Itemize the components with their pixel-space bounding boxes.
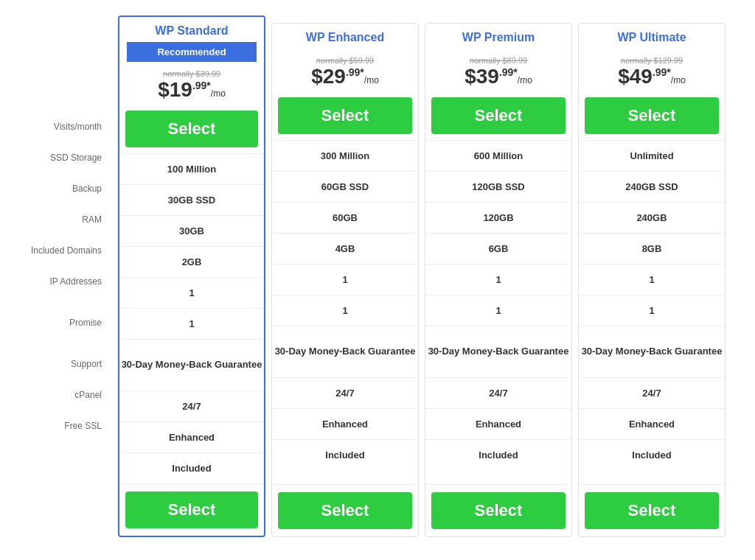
select-button-top-enhanced[interactable]: Select — [278, 97, 412, 134]
feature-visits-ultimate: Unlimited — [579, 140, 725, 171]
normal-price-ultimate: normally $129.99 — [583, 56, 720, 65]
current-price-enhanced: $29.99*/mo — [276, 66, 414, 87]
feature-domains-ultimate: 1 — [579, 264, 725, 295]
label-support: Support — [27, 349, 108, 379]
feature-cpanel-ultimate: Enhanced — [579, 408, 725, 439]
label-cpanel: cPanel — [27, 379, 108, 410]
feature-ram-enhanced: 4GB — [272, 233, 418, 264]
feature-ssl-ultimate: Included — [579, 439, 725, 470]
current-price-premium: $39.99*/mo — [430, 66, 567, 87]
bottom-select-section-enhanced: Select — [272, 484, 418, 536]
feature-backup-enhanced: 60GB — [272, 202, 418, 233]
feature-visits-standard: 100 Million — [119, 153, 264, 184]
label-domains: Included Domains — [27, 235, 108, 266]
plan-features-enhanced: 300 Million60GB SSD60GB4GB1130-Day Money… — [272, 140, 418, 484]
normal-price-premium: normally $89.99 — [430, 56, 567, 65]
feature-ip-ultimate: 1 — [579, 295, 725, 326]
plan-name-premium: WP Premium — [433, 31, 564, 44]
plan-card-ultimate: WP Ultimatenormally $129.99$49.99*/moSel… — [578, 23, 726, 537]
feature-support-premium: 24/7 — [425, 377, 571, 408]
feature-visits-premium: 600 Million — [425, 140, 571, 171]
feature-promise-premium: 30-Day Money-Back Guarantee — [425, 326, 571, 377]
bottom-select-section-standard: Select — [119, 483, 264, 536]
feature-backup-ultimate: 240GB — [579, 202, 725, 233]
feature-ip-standard: 1 — [119, 308, 264, 339]
feature-ram-standard: 2GB — [119, 246, 264, 277]
plan-card-premium: WP Premiumnormally $89.99$39.99*/moSelec… — [425, 23, 572, 537]
feature-backup-standard: 30GB — [119, 215, 264, 246]
feature-domains-standard: 1 — [119, 277, 264, 308]
feature-visits-enhanced: 300 Million — [272, 140, 418, 171]
label-ram: RAM — [27, 204, 108, 235]
label-ssl: Free SSL — [27, 410, 108, 441]
plan-header-ultimate: WP Ultimate — [579, 24, 725, 49]
feature-promise-standard: 30-Day Money-Back Guarantee — [119, 339, 264, 391]
plan-pricing-standard: normally $39.99$19.99*/mo — [119, 62, 264, 105]
plan-name-ultimate: WP Ultimate — [586, 31, 717, 44]
plan-features-standard: 100 Million30GB SSD30GB2GB1130-Day Money… — [119, 153, 264, 483]
plan-pricing-ultimate: normally $129.99$49.99*/mo — [579, 49, 725, 91]
plans-container: WP StandardRecommendednormally $39.99$19… — [115, 23, 728, 537]
label-promise: Promise — [27, 297, 108, 349]
current-price-standard: $19.99*/mo — [124, 80, 260, 100]
feature-ssl-standard: Included — [119, 452, 264, 483]
plan-header-standard: WP StandardRecommended — [119, 17, 264, 62]
plan-name-enhanced: WP Enhanced — [279, 31, 411, 44]
plan-features-premium: 600 Million120GB SSD120GB6GB1130-Day Mon… — [425, 140, 571, 484]
feature-ssd-enhanced: 60GB SSD — [272, 171, 418, 202]
plan-card-enhanced: WP Enhancednormally $59.99$29.99*/moSele… — [271, 23, 419, 537]
feature-ssd-standard: 30GB SSD — [119, 184, 264, 215]
recommended-badge-standard: Recommended — [127, 42, 257, 62]
label-backup: Backup — [27, 173, 108, 204]
feature-ssd-ultimate: 240GB SSD — [579, 171, 725, 202]
select-button-bottom-standard[interactable]: Select — [125, 491, 258, 528]
select-button-bottom-enhanced[interactable]: Select — [278, 492, 412, 529]
select-button-top-ultimate[interactable]: Select — [585, 97, 719, 134]
feature-domains-premium: 1 — [425, 264, 571, 295]
plan-features-ultimate: Unlimited240GB SSD240GB8GB1130-Day Money… — [579, 140, 725, 484]
select-button-top-standard[interactable]: Select — [125, 111, 258, 147]
select-button-bottom-premium[interactable]: Select — [431, 492, 566, 529]
feature-ram-premium: 6GB — [425, 233, 571, 264]
select-button-bottom-ultimate[interactable]: Select — [585, 492, 719, 529]
normal-price-standard: normally $39.99 — [124, 69, 260, 78]
plan-pricing-premium: normally $89.99$39.99*/mo — [425, 49, 571, 91]
feature-backup-premium: 120GB — [425, 202, 571, 233]
plan-header-enhanced: WP Enhanced — [272, 24, 418, 49]
feature-ram-ultimate: 8GB — [579, 233, 725, 264]
plan-pricing-enhanced: normally $59.99$29.99*/mo — [272, 49, 418, 91]
feature-support-enhanced: 24/7 — [272, 377, 418, 408]
feature-promise-ultimate: 30-Day Money-Back Guarantee — [579, 326, 725, 377]
feature-ssl-premium: Included — [425, 439, 571, 470]
feature-cpanel-premium: Enhanced — [425, 408, 571, 439]
normal-price-enhanced: normally $59.99 — [276, 56, 414, 65]
feature-ip-premium: 1 — [425, 295, 571, 326]
feature-support-standard: 24/7 — [119, 391, 264, 421]
feature-domains-enhanced: 1 — [272, 264, 418, 295]
feature-cpanel-standard: Enhanced — [119, 421, 264, 452]
feature-cpanel-enhanced: Enhanced — [272, 408, 418, 439]
label-ssd: SSD Storage — [27, 142, 108, 173]
feature-promise-enhanced: 30-Day Money-Back Guarantee — [272, 326, 418, 377]
plan-header-premium: WP Premium — [425, 24, 571, 49]
plan-name-standard: WP Standard — [127, 24, 257, 38]
bottom-select-section-premium: Select — [425, 484, 571, 536]
bottom-select-section-ultimate: Select — [579, 484, 725, 536]
select-button-top-premium[interactable]: Select — [431, 97, 566, 134]
feature-ssl-enhanced: Included — [272, 439, 418, 470]
feature-labels-column: Visits/month SSD Storage Backup RAM Incl… — [27, 23, 115, 441]
feature-ssd-premium: 120GB SSD — [425, 171, 571, 202]
label-visits: Visits/month — [27, 111, 108, 142]
feature-ip-enhanced: 1 — [272, 295, 418, 326]
feature-support-ultimate: 24/7 — [579, 377, 725, 408]
pricing-table: Visits/month SSD Storage Backup RAM Incl… — [19, 8, 736, 552]
label-ip: IP Addresses — [27, 266, 108, 297]
current-price-ultimate: $49.99*/mo — [583, 66, 720, 87]
plan-card-standard: WP StandardRecommendednormally $39.99$19… — [118, 15, 265, 537]
